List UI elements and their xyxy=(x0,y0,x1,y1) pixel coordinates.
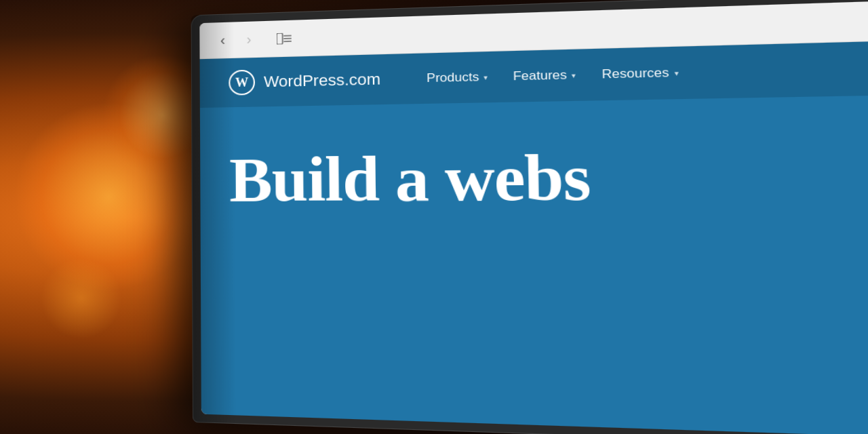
browser-nav: ‹ › xyxy=(211,28,260,52)
wp-logo-text: WordPress.com xyxy=(264,70,380,91)
nav-resources[interactable]: Resources ▾ xyxy=(592,59,689,88)
chevron-down-icon: ▾ xyxy=(484,73,488,81)
sidebar-icon xyxy=(277,33,292,44)
wp-nav-items: Products ▾ Features ▾ Resources ▾ xyxy=(417,59,688,92)
nav-products[interactable]: Products ▾ xyxy=(417,64,497,92)
wp-hero: Build a webs xyxy=(200,94,868,242)
forward-button[interactable]: › xyxy=(237,28,261,51)
wp-logo[interactable]: W WordPress.com xyxy=(229,66,380,96)
nav-features[interactable]: Features ▾ xyxy=(503,62,586,90)
wp-logo-icon: W xyxy=(229,70,255,96)
svg-text:W: W xyxy=(235,75,249,90)
website-content: W WordPress.com Products ▾ Features ▾ xyxy=(200,39,868,434)
sidebar-toggle-button[interactable] xyxy=(272,26,296,50)
hero-title: Build a webs xyxy=(229,142,868,212)
chevron-down-icon: ▾ xyxy=(674,68,678,77)
device-wrapper: ‹ › xyxy=(0,0,868,434)
svg-rect-0 xyxy=(277,33,283,44)
chevron-down-icon: ▾ xyxy=(572,71,576,79)
browser-spacer xyxy=(304,21,868,38)
back-button[interactable]: ‹ xyxy=(211,28,234,52)
device-screen: ‹ › xyxy=(199,0,868,434)
device-frame: ‹ › xyxy=(191,0,868,434)
